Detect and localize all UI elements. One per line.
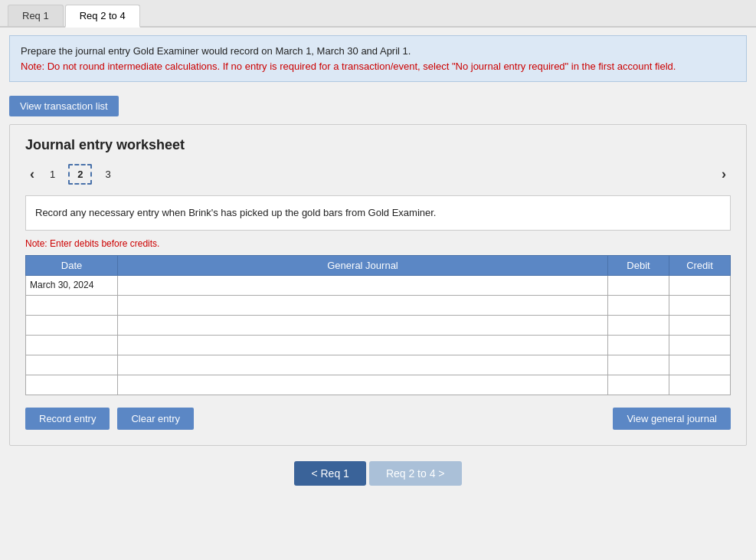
table-row bbox=[26, 295, 731, 315]
credit-input-3[interactable] bbox=[669, 336, 730, 355]
journal-input-4[interactable] bbox=[118, 355, 607, 375]
credit-input-4[interactable] bbox=[669, 355, 730, 375]
debit-input-2[interactable] bbox=[608, 316, 669, 335]
description-box: Record any necessary entry when Brink's … bbox=[25, 195, 731, 231]
credit-cell-1[interactable] bbox=[669, 295, 731, 315]
journal-input-5[interactable] bbox=[118, 375, 607, 395]
pagination: ‹ 1 2 3 › bbox=[25, 164, 731, 185]
journal-cell-0[interactable] bbox=[118, 275, 608, 295]
journal-input-0[interactable] bbox=[118, 276, 607, 295]
tabs-bar: Req 1 Req 2 to 4 bbox=[0, 0, 756, 28]
credit-input-1[interactable] bbox=[669, 296, 730, 315]
journal-input-1[interactable] bbox=[118, 296, 607, 315]
tab-req1[interactable]: Req 1 bbox=[8, 5, 64, 26]
col-header-date: Date bbox=[26, 255, 118, 275]
table-row: March 30, 2024 bbox=[26, 275, 731, 295]
date-cell-0: March 30, 2024 bbox=[26, 275, 118, 295]
record-entry-button[interactable]: Record entry bbox=[25, 408, 110, 430]
clear-entry-button[interactable]: Clear entry bbox=[117, 408, 194, 430]
date-cell-1 bbox=[26, 295, 118, 315]
journal-cell-5[interactable] bbox=[118, 375, 608, 395]
credit-input-2[interactable] bbox=[669, 316, 730, 335]
description-text: Record any necessary entry when Brink's … bbox=[35, 207, 436, 218]
worksheet: Journal entry worksheet ‹ 1 2 3 › Record… bbox=[9, 124, 747, 446]
journal-table: Date General Journal Debit Credit March … bbox=[25, 255, 731, 395]
view-general-journal-button[interactable]: View general journal bbox=[613, 408, 731, 430]
debit-cell-1[interactable] bbox=[608, 295, 669, 315]
table-row bbox=[26, 315, 731, 335]
journal-input-2[interactable] bbox=[118, 316, 607, 335]
info-box: Prepare the journal entry Gold Examiner … bbox=[9, 35, 747, 82]
debit-input-3[interactable] bbox=[608, 336, 669, 355]
debit-cell-5[interactable] bbox=[608, 375, 669, 395]
debit-cell-3[interactable] bbox=[608, 335, 669, 355]
table-row bbox=[26, 335, 731, 355]
tab-req2to4[interactable]: Req 2 to 4 bbox=[65, 5, 140, 28]
journal-cell-4[interactable] bbox=[118, 355, 608, 375]
date-cell-5 bbox=[26, 375, 118, 395]
debit-cell-0[interactable] bbox=[608, 275, 669, 295]
prev-page-arrow[interactable]: ‹ bbox=[25, 165, 39, 184]
credit-cell-3[interactable] bbox=[669, 335, 731, 355]
action-buttons: Record entry Clear entry View general jo… bbox=[25, 408, 731, 430]
view-transaction-button[interactable]: View transaction list bbox=[9, 96, 119, 116]
credit-input-5[interactable] bbox=[669, 375, 730, 395]
journal-cell-3[interactable] bbox=[118, 335, 608, 355]
info-main-text: Prepare the journal entry Gold Examiner … bbox=[21, 45, 411, 57]
journal-cell-2[interactable] bbox=[118, 315, 608, 335]
info-note-text: Note: Do not round intermediate calculat… bbox=[21, 61, 676, 72]
col-header-debit: Debit bbox=[608, 255, 669, 275]
debit-before-credits-note: Note: Enter debits before credits. bbox=[25, 238, 731, 249]
credit-cell-4[interactable] bbox=[669, 355, 731, 375]
debit-cell-4[interactable] bbox=[608, 355, 669, 375]
page-1[interactable]: 1 bbox=[41, 165, 64, 184]
page-2[interactable]: 2 bbox=[68, 164, 92, 185]
next-page-arrow[interactable]: › bbox=[717, 165, 731, 184]
date-cell-2 bbox=[26, 315, 118, 335]
credit-cell-0[interactable] bbox=[669, 275, 731, 295]
debit-input-5[interactable] bbox=[608, 375, 669, 395]
col-header-credit: Credit bbox=[669, 255, 731, 275]
page-3[interactable]: 3 bbox=[97, 165, 119, 184]
table-row bbox=[26, 355, 731, 375]
table-row bbox=[26, 375, 731, 395]
worksheet-title: Journal entry worksheet bbox=[25, 137, 731, 153]
debit-input-4[interactable] bbox=[608, 355, 669, 375]
credit-cell-5[interactable] bbox=[669, 375, 731, 395]
date-cell-4 bbox=[26, 355, 118, 375]
nav-prev-button[interactable]: < Req 1 bbox=[294, 461, 365, 486]
credit-cell-2[interactable] bbox=[669, 315, 731, 335]
bottom-navigation: < Req 1 Req 2 to 4 > bbox=[0, 461, 756, 486]
debit-cell-2[interactable] bbox=[608, 315, 669, 335]
col-header-journal: General Journal bbox=[118, 255, 608, 275]
credit-input-0[interactable] bbox=[669, 276, 730, 295]
debit-input-1[interactable] bbox=[608, 296, 669, 315]
date-cell-3 bbox=[26, 335, 118, 355]
nav-next-button: Req 2 to 4 > bbox=[369, 461, 462, 486]
journal-input-3[interactable] bbox=[118, 336, 607, 355]
debit-input-0[interactable] bbox=[608, 276, 669, 295]
journal-cell-1[interactable] bbox=[118, 295, 608, 315]
